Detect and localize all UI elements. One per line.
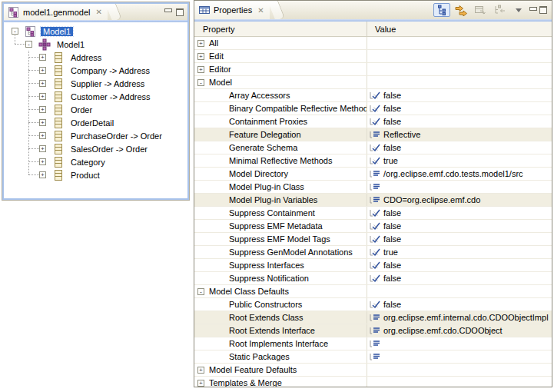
- property-row[interactable]: + Templates & Merge: [194, 377, 552, 387]
- property-value-cell[interactable]: [367, 337, 552, 350]
- property-value-cell[interactable]: [367, 377, 552, 387]
- property-row[interactable]: Binary Compatible Reflective Methods fal…: [194, 102, 552, 115]
- tree-item-class[interactable]: + Company -> Address: [4, 64, 187, 77]
- property-value-cell[interactable]: true: [367, 154, 552, 167]
- tree-item-label[interactable]: Supplier -> Address: [68, 79, 147, 88]
- property-value-cell[interactable]: Reflective: [367, 128, 552, 141]
- property-row[interactable]: - Model: [194, 76, 552, 89]
- collapse-icon[interactable]: -: [12, 28, 18, 35]
- property-row[interactable]: Feature Delegation Reflective: [194, 128, 552, 141]
- tree-item-class[interactable]: + OrderDetail: [4, 116, 187, 129]
- expand-icon[interactable]: -: [197, 288, 204, 295]
- expand-icon[interactable]: +: [197, 380, 204, 387]
- tree-item-class[interactable]: + Order: [4, 103, 187, 116]
- property-value-cell[interactable]: [367, 37, 552, 49]
- property-value-cell[interactable]: false: [367, 259, 552, 271]
- property-value-cell[interactable]: false: [367, 272, 552, 284]
- property-row[interactable]: Model Directory /org.eclipse.emf.cdo.tes…: [194, 168, 552, 181]
- property-value-cell[interactable]: false: [367, 298, 552, 311]
- tree-item-class[interactable]: + Category: [4, 155, 187, 168]
- tab-properties[interactable]: Properties ✕: [194, 1, 270, 19]
- tree-item-label[interactable]: Company -> Address: [68, 66, 152, 75]
- property-row[interactable]: + Edit: [194, 50, 552, 63]
- property-value-cell[interactable]: false: [367, 207, 552, 219]
- expand-icon[interactable]: +: [197, 40, 204, 47]
- property-value-cell[interactable]: /org.eclipse.emf.cdo.tests.model1/src: [367, 168, 552, 180]
- property-row[interactable]: Generate Schema false: [194, 141, 552, 154]
- expand-icon[interactable]: +: [39, 80, 46, 87]
- property-row[interactable]: Public Constructors false: [194, 298, 552, 311]
- tree-item-class[interactable]: + PurchaseOrder -> Order: [4, 129, 187, 142]
- expand-icon[interactable]: -: [197, 79, 204, 86]
- expand-icon[interactable]: +: [39, 106, 46, 113]
- expand-icon[interactable]: +: [39, 145, 46, 152]
- tree-item-class[interactable]: + Address: [4, 51, 187, 64]
- property-row[interactable]: + Model Feature Defaults: [194, 364, 552, 377]
- property-row[interactable]: Root Implements Interface: [194, 337, 552, 350]
- property-value-cell[interactable]: [367, 50, 552, 62]
- close-icon[interactable]: ✕: [257, 6, 264, 15]
- property-row[interactable]: Array Accessors false: [194, 89, 552, 102]
- property-row[interactable]: Model Plug-in Class: [194, 181, 552, 194]
- property-row[interactable]: Model Plug-in Variables CDO=org.eclipse.…: [194, 194, 552, 207]
- minimize-icon[interactable]: [164, 8, 172, 12]
- show-categories-tree-icon[interactable]: [433, 3, 450, 17]
- property-row[interactable]: Static Packages: [194, 350, 552, 364]
- property-row[interactable]: Root Extends Class org.eclipse.emf.inter…: [194, 311, 552, 324]
- property-row[interactable]: Suppress Interfaces false: [194, 259, 552, 272]
- maximize-icon[interactable]: [176, 8, 184, 16]
- tree-item-label[interactable]: OrderDetail: [68, 118, 116, 128]
- property-row[interactable]: Root Extends Interface org.eclipse.emf.c…: [194, 324, 552, 337]
- expand-icon[interactable]: +: [39, 158, 46, 165]
- tree-item-label[interactable]: Model1: [55, 40, 87, 49]
- maximize-icon[interactable]: [539, 6, 547, 14]
- tree-item-class[interactable]: + Customer -> Address: [4, 90, 187, 103]
- property-row[interactable]: Suppress Containment false: [194, 207, 552, 220]
- property-value-cell[interactable]: [367, 63, 552, 75]
- expand-icon[interactable]: +: [39, 119, 46, 126]
- property-row[interactable]: Suppress GenModel Annotations true: [194, 246, 552, 259]
- tree-item-label[interactable]: PurchaseOrder -> Order: [68, 131, 164, 141]
- property-row[interactable]: Minimal Reflective Methods true: [194, 154, 552, 168]
- property-row[interactable]: + Editor: [194, 63, 552, 76]
- tree-item-class[interactable]: + Product: [4, 168, 187, 181]
- property-value-cell[interactable]: false: [367, 89, 552, 101]
- close-icon[interactable]: ✕: [95, 8, 101, 16]
- property-value-cell[interactable]: [367, 350, 552, 363]
- property-row[interactable]: Containment Proxies false: [194, 115, 552, 128]
- tree-item-label-selected[interactable]: Model1: [41, 27, 73, 36]
- expand-icon[interactable]: +: [39, 171, 46, 178]
- tree-item-label[interactable]: Order: [68, 105, 95, 115]
- property-value-cell[interactable]: false: [367, 115, 552, 128]
- property-value-cell[interactable]: [367, 364, 552, 376]
- property-value-cell[interactable]: true: [367, 246, 552, 258]
- property-value-cell[interactable]: false: [367, 220, 552, 232]
- property-value-cell[interactable]: org.eclipse.emf.cdo.CDOObject: [367, 324, 552, 337]
- show-advanced-properties-icon[interactable]: [453, 3, 469, 17]
- property-value-cell[interactable]: [367, 285, 552, 297]
- tree-item-label[interactable]: SalesOrder -> Order: [68, 145, 150, 154]
- expand-icon[interactable]: +: [39, 67, 46, 74]
- expand-icon[interactable]: +: [39, 93, 46, 100]
- property-value-cell[interactable]: org.eclipse.emf.internal.cdo.CDOObjectIm…: [367, 311, 552, 324]
- expand-icon[interactable]: +: [197, 367, 204, 374]
- tree-item-label[interactable]: Category: [68, 158, 108, 167]
- property-row[interactable]: + All: [194, 37, 552, 50]
- tree-item-class[interactable]: + SalesOrder -> Order: [4, 142, 187, 155]
- property-row[interactable]: Suppress EMF Metadata false: [194, 220, 552, 233]
- property-row[interactable]: - Model Class Defaults: [194, 285, 552, 298]
- tree-item-label[interactable]: Customer -> Address: [68, 92, 153, 101]
- property-row[interactable]: Suppress Notification false: [194, 272, 552, 285]
- property-value-cell[interactable]: false: [367, 102, 552, 115]
- tree-item-label[interactable]: Address: [68, 53, 104, 62]
- expand-icon[interactable]: +: [197, 66, 204, 73]
- tree-item-label[interactable]: Product: [68, 171, 102, 180]
- property-row[interactable]: Suppress EMF Model Tags false: [194, 233, 552, 246]
- tree-item-class[interactable]: + Supplier -> Address: [4, 77, 187, 90]
- collapse-icon[interactable]: -: [25, 41, 32, 48]
- expand-icon[interactable]: +: [39, 132, 46, 139]
- property-value-cell[interactable]: false: [367, 141, 552, 154]
- expand-icon[interactable]: +: [39, 54, 46, 61]
- tab-model1-genmodel[interactable]: model1.genmodel ✕: [4, 4, 108, 20]
- property-value-cell[interactable]: [367, 76, 552, 88]
